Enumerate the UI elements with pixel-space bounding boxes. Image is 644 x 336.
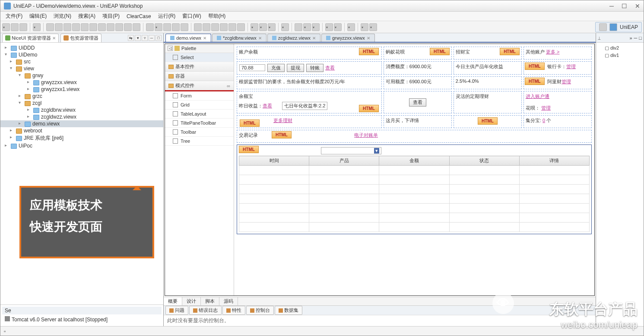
palette-item[interactable]: Grid bbox=[165, 100, 234, 110]
tree-node[interactable]: src bbox=[0, 58, 163, 65]
servers-view-header[interactable]: Se bbox=[2, 307, 162, 314]
tb-g[interactable] bbox=[251, 23, 258, 31]
tb-f[interactable] bbox=[237, 23, 245, 31]
tb-p[interactable] bbox=[347, 23, 355, 31]
view-tab[interactable]: 问题 bbox=[165, 306, 188, 315]
bottom-tab[interactable]: 源码 bbox=[219, 297, 238, 305]
perspective-switcher[interactable]: UniEAP bbox=[595, 22, 642, 32]
tree-node[interactable]: zcgl bbox=[0, 100, 163, 107]
column-header[interactable]: 详情 bbox=[519, 156, 589, 166]
palette-back-icon[interactable]: ◁ bbox=[168, 46, 173, 51]
palette-item[interactable]: TableLayout bbox=[165, 110, 234, 119]
menu-item[interactable]: 项目(P) bbox=[99, 12, 123, 21]
view-button[interactable]: 查看 bbox=[409, 98, 426, 107]
palette-item[interactable]: Toolbar bbox=[165, 128, 234, 137]
close-icon[interactable]: ✕ bbox=[203, 36, 206, 41]
menu-item[interactable]: ClearCase bbox=[123, 13, 155, 20]
tb-b[interactable] bbox=[203, 23, 210, 31]
server-row[interactable]: Tomcat v6.0 Server at localhost [Stopped… bbox=[2, 314, 162, 324]
tb-1[interactable] bbox=[46, 23, 54, 31]
recharge-button[interactable]: 充值 bbox=[267, 64, 285, 72]
design-canvas[interactable]: 账户余额HTML 蚂蚁花呗HTML 招财宝HTML 其他账户 更多 > 70.8… bbox=[234, 44, 594, 295]
editor-tab[interactable]: grwyzzxx.viewx✕ bbox=[321, 34, 375, 42]
menu-item[interactable]: 搜索(A) bbox=[75, 12, 99, 21]
column-header[interactable]: 金额 bbox=[379, 156, 449, 166]
column-header[interactable]: 时间 bbox=[239, 156, 309, 166]
tb-11[interactable] bbox=[133, 23, 140, 31]
close-button[interactable]: ✕ bbox=[635, 3, 640, 9]
collapse-icon[interactable]: ▾ bbox=[135, 35, 141, 41]
seven-field[interactable]: 七日年化收益率:2.2 bbox=[282, 102, 327, 110]
tb-8[interactable] bbox=[107, 23, 114, 31]
tb-9[interactable] bbox=[115, 23, 123, 31]
outline-item[interactable]: ▢ div1 bbox=[598, 52, 642, 59]
tb-m[interactable] bbox=[312, 23, 320, 31]
tb-run4[interactable] bbox=[181, 23, 188, 31]
ebill-link[interactable]: 电子对账单 bbox=[354, 132, 378, 138]
editor-tab[interactable]: demo.viewx✕ bbox=[165, 34, 211, 42]
view-menu-icon[interactable]: ▿ bbox=[142, 35, 148, 41]
minimize-button[interactable]: ─ bbox=[609, 3, 614, 9]
palette-select[interactable]: Select bbox=[165, 53, 234, 62]
menu-item[interactable]: 文件(F) bbox=[2, 12, 26, 21]
debug-icon[interactable] bbox=[146, 23, 154, 31]
view-link[interactable]: 查看 bbox=[263, 103, 272, 108]
bottom-tab[interactable]: 设计 bbox=[182, 297, 201, 305]
tb-o[interactable] bbox=[334, 23, 342, 31]
tree-node[interactable]: UiDDD bbox=[0, 44, 163, 51]
tb-5[interactable] bbox=[81, 23, 89, 31]
view-link[interactable]: 查看 bbox=[325, 65, 335, 70]
view-tab[interactable]: 错误日志 bbox=[189, 306, 222, 315]
tree-node[interactable]: grwyzzxx.viewx bbox=[0, 79, 163, 86]
max-icon[interactable]: □ bbox=[155, 35, 162, 41]
view-tab[interactable]: 数据集 bbox=[275, 306, 302, 315]
dropdown-field[interactable]: ▾ bbox=[321, 147, 381, 154]
menu-item[interactable]: 编辑(E) bbox=[26, 12, 50, 21]
run-icon[interactable] bbox=[155, 23, 162, 31]
palette-item[interactable]: Tree bbox=[165, 137, 234, 146]
outline-item[interactable]: ▢ div2 bbox=[598, 44, 642, 52]
palette-cat-container[interactable]: 容器 bbox=[165, 72, 234, 81]
palette-item[interactable]: Form bbox=[165, 91, 234, 100]
tree-node[interactable]: grwyzzxx1.viewx bbox=[0, 86, 163, 93]
palette-cat-basic[interactable]: 基本控件 bbox=[165, 62, 234, 72]
more-link[interactable]: 更多 > bbox=[546, 49, 559, 54]
tb-10[interactable] bbox=[124, 23, 132, 31]
view-tab[interactable]: 控制台 bbox=[246, 306, 274, 315]
tree-node[interactable]: demo.viewx bbox=[0, 120, 163, 127]
tree-node[interactable]: view bbox=[0, 65, 163, 72]
bottom-tab[interactable]: 概要 bbox=[164, 297, 182, 305]
tree-node[interactable]: JRE 系统库 [jre6] bbox=[0, 134, 163, 142]
maximize-button[interactable]: ☐ bbox=[622, 3, 627, 9]
menu-item[interactable]: 运行(R) bbox=[155, 12, 179, 21]
tree-node[interactable]: UiDemo bbox=[0, 51, 163, 58]
tb-e[interactable] bbox=[228, 23, 236, 31]
bottom-tab[interactable]: 脚本 bbox=[201, 297, 219, 305]
min-icon[interactable]: ─ bbox=[149, 35, 155, 41]
tb-7[interactable] bbox=[98, 23, 106, 31]
tb-h[interactable] bbox=[259, 23, 267, 31]
link-editor-icon[interactable]: ⇆ bbox=[128, 35, 134, 41]
tree-node[interactable]: UiPoc bbox=[0, 142, 163, 149]
outline-menu[interactable]: » bbox=[629, 35, 632, 41]
tb-3[interactable] bbox=[63, 23, 71, 31]
home-icon[interactable] bbox=[33, 23, 41, 31]
tb-n[interactable] bbox=[325, 23, 333, 31]
tb-l[interactable] bbox=[303, 23, 311, 31]
tb-run2[interactable] bbox=[163, 23, 171, 31]
manage-link[interactable]: 管理 bbox=[541, 105, 551, 110]
withdraw-button[interactable]: 提现 bbox=[287, 64, 304, 72]
tree-node[interactable]: webroot bbox=[0, 127, 163, 134]
tree-node[interactable]: zcgldwzz.viewx bbox=[0, 113, 163, 120]
tb-4[interactable] bbox=[72, 23, 80, 31]
tb-a[interactable] bbox=[194, 23, 202, 31]
nav-tab-package[interactable]: 包资源管理器 bbox=[60, 34, 102, 42]
manage-link[interactable]: 管理 bbox=[562, 79, 571, 84]
menu-item[interactable]: 浏览(N) bbox=[50, 12, 75, 21]
column-header[interactable]: 状态 bbox=[449, 156, 519, 166]
fwd-icon[interactable] bbox=[369, 23, 377, 31]
palette-cat-pattern[interactable]: 模式控件∞ bbox=[165, 81, 234, 91]
project-tree[interactable]: UiDDDUiDemosrcviewgrwygrwyzzxx.viewxgrwy… bbox=[0, 43, 163, 305]
tb-6[interactable] bbox=[89, 23, 97, 31]
tb-k[interactable] bbox=[295, 23, 302, 31]
